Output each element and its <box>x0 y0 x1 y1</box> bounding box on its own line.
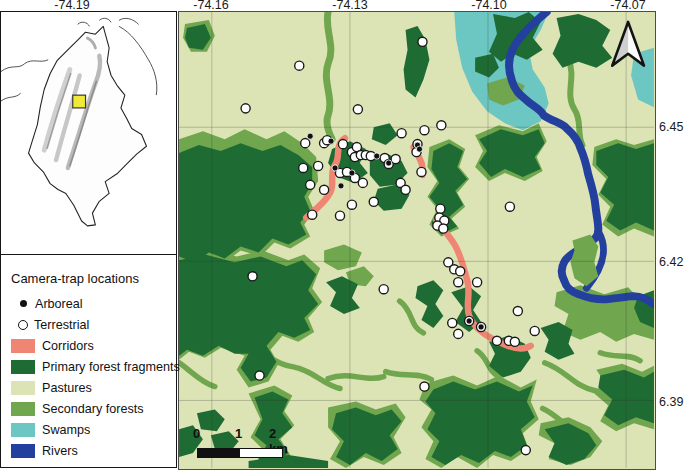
scale-bar-black-segment <box>198 449 240 457</box>
legend-item-pastures: Pastures <box>11 377 176 398</box>
camera-trap-terrestrial <box>295 61 304 70</box>
camera-trap-terrestrial <box>306 180 315 189</box>
legend-panel: Camera-trap locations Arboreal Terrestri… <box>0 254 177 468</box>
figure: -74.19 -74.16 -74.13 -74.10 -74.07 6.45 … <box>0 0 685 472</box>
legend-item-swamps: Swamps <box>11 419 176 440</box>
scale-label-0: 0 <box>193 426 200 441</box>
inset-map-panel <box>0 11 177 255</box>
camera-trap-terrestrial <box>418 37 427 46</box>
camera-trap-arboreal <box>374 153 380 159</box>
camera-trap-terrestrial <box>353 105 362 114</box>
legend-item-secondary-forests: Secondary forests <box>11 398 176 419</box>
camera-trap-terrestrial <box>379 285 388 294</box>
camera-trap-terrestrial <box>473 278 482 287</box>
scale-bar-segments <box>197 448 283 458</box>
camera-trap-terrestrial <box>521 446 530 455</box>
camera-trap-terrestrial <box>513 306 522 315</box>
camera-trap-terrestrial <box>299 163 308 172</box>
camera-trap-terrestrial <box>320 185 329 194</box>
camera-trap-terrestrial <box>456 267 465 276</box>
camera-trap-arboreal <box>416 146 422 152</box>
legend-item-label: Corridors <box>42 339 94 353</box>
legend-item-label: Arboreal <box>35 297 83 311</box>
lat-label: 6.42 <box>659 255 683 269</box>
legend-item-rivers: Rivers <box>11 440 176 461</box>
colombia-inset-map <box>1 12 175 253</box>
map-panel: 0 1 2 km <box>178 11 656 470</box>
camera-trap-terrestrial <box>439 224 448 233</box>
camera-trap-arboreal <box>466 318 472 324</box>
camera-trap-terrestrial <box>248 272 257 281</box>
camera-trap-terrestrial <box>391 154 400 163</box>
lat-label: 6.39 <box>659 395 683 409</box>
scale-label-1: 1 <box>235 426 242 441</box>
pastures-swatch <box>11 381 35 395</box>
secondary-forests-swatch <box>11 402 35 416</box>
camera-trap-terrestrial <box>454 329 463 338</box>
legend-item-corridors: Corridors <box>11 335 176 356</box>
camera-trap-arboreal <box>307 133 313 139</box>
camera-trap-terrestrial <box>492 336 501 345</box>
legend-item-label: Rivers <box>42 444 78 458</box>
filled-circle-icon <box>20 300 27 307</box>
legend-item-label: Terrestrial <box>34 318 89 332</box>
camera-trap-terrestrial <box>420 126 429 135</box>
legend-title: Camera-trap locations <box>11 271 176 286</box>
camera-trap-terrestrial <box>401 185 410 194</box>
camera-trap-terrestrial <box>420 382 429 391</box>
lat-label: 6.45 <box>659 120 683 134</box>
camera-trap-arboreal <box>386 160 392 166</box>
camera-trap-terrestrial <box>358 178 367 187</box>
camera-trap-arboreal <box>338 183 344 189</box>
scale-bar-white-segment <box>240 449 282 457</box>
scale-bar: 0 1 2 km <box>193 426 289 462</box>
camera-trap-terrestrial <box>448 318 457 327</box>
camera-trap-terrestrial <box>437 121 446 130</box>
camera-trap-terrestrial <box>530 326 539 335</box>
camera-trap-terrestrial <box>510 337 519 346</box>
camera-trap-terrestrial <box>454 278 463 287</box>
camera-trap-terrestrial <box>301 139 310 148</box>
camera-trap-arboreal <box>478 324 484 330</box>
primary-forest-swatch <box>11 360 35 374</box>
camera-trap-arboreal <box>328 138 334 144</box>
camera-trap-terrestrial <box>308 210 317 219</box>
legend-item-label: Secondary forests <box>42 402 144 416</box>
rivers-swatch <box>11 444 35 458</box>
camera-trap-terrestrial <box>255 371 264 380</box>
camera-trap-terrestrial <box>338 140 347 149</box>
camera-trap-terrestrial <box>241 104 250 113</box>
camera-trap-terrestrial <box>314 161 323 170</box>
colombia-outline <box>29 26 147 226</box>
legend-item-label: Primary forest fragments <box>42 360 180 374</box>
camera-trap-terrestrial <box>369 197 378 206</box>
camera-trap-terrestrial <box>397 129 406 138</box>
camera-trap-terrestrial <box>335 211 344 220</box>
camera-trap-terrestrial <box>347 200 356 209</box>
camera-trap-terrestrial <box>417 167 426 176</box>
camera-trap-arboreal <box>349 170 355 176</box>
legend-item-primary-forest: Primary forest fragments <box>11 356 176 377</box>
legend-item-terrestrial: Terrestrial <box>11 314 176 335</box>
open-circle-icon <box>18 320 28 330</box>
legend-item-label: Pastures <box>42 381 92 395</box>
legend-item-label: Swamps <box>42 423 90 437</box>
study-area-map <box>179 12 654 468</box>
camera-trap-terrestrial <box>436 204 445 213</box>
swamps-swatch <box>11 423 35 437</box>
corridors-swatch <box>11 339 35 353</box>
camera-trap-terrestrial <box>505 202 514 211</box>
camera-trap-arboreal <box>332 165 338 171</box>
legend-item-arboreal: Arboreal <box>11 293 176 314</box>
study-area-marker <box>73 95 86 108</box>
